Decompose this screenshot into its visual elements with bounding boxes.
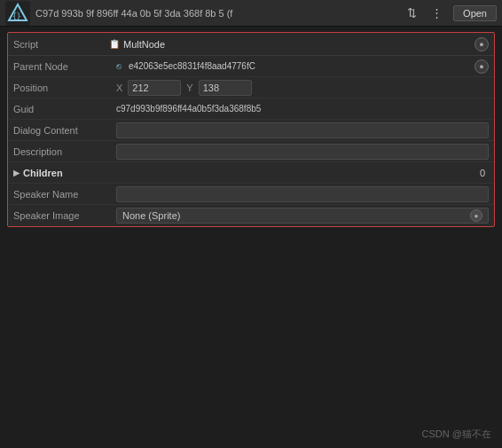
dialog-content-label: Dialog Content	[13, 125, 116, 136]
description-value	[116, 144, 489, 160]
top-bar: {} C97d 993b 9f 896ff 44a 0b 5f 3da 368f…	[0, 0, 502, 27]
speaker-name-input[interactable]	[116, 186, 489, 202]
script-target-button[interactable]: ●	[475, 37, 489, 51]
script-row: Script 📋 MultNode ●	[8, 33, 494, 56]
children-arrow-icon[interactable]: ▶	[13, 169, 20, 177]
parent-node-label: Parent Node	[13, 61, 116, 72]
position-label: Position	[13, 83, 116, 93]
script-name: MultNode	[123, 39, 165, 50]
more-options-icon-btn[interactable]: ⋮	[427, 4, 446, 21]
inspector-panel: Script 📋 MultNode ● Parent Node ⎋ e42063…	[7, 32, 495, 227]
guid-row: Guid c97d993b9f896ff44a0b5f3da368f8b5	[8, 98, 494, 120]
speaker-image-value: None (Sprite) ●	[116, 208, 489, 224]
sprite-value-text: None (Sprite)	[122, 210, 180, 221]
dialog-content-input[interactable]	[116, 122, 489, 138]
children-count: 0	[116, 168, 489, 178]
parent-node-text: e42063e5ec8831f4f8aad4776fC	[129, 61, 469, 71]
dialog-content-row: Dialog Content	[8, 120, 494, 141]
parent-node-value: ⎋ e42063e5ec8831f4f8aad4776fC ●	[116, 59, 489, 74]
unity-logo-icon: {}	[5, 1, 30, 26]
top-bar-icons: ⇅ ⋮ Open	[404, 4, 497, 21]
children-row: ▶ Children 0	[8, 162, 494, 184]
guid-label: Guid	[13, 104, 116, 114]
speaker-image-label: Speaker Image	[13, 210, 116, 221]
children-label-text: Children	[23, 168, 63, 178]
open-button[interactable]: Open	[453, 5, 497, 21]
watermark: CSDN @猫不在	[422, 428, 491, 441]
description-row: Description	[8, 141, 494, 162]
parent-node-row: Parent Node ⎋ e42063e5ec8831f4f8aad4776f…	[8, 56, 494, 77]
guid-value: c97d993b9f896ff44a0b5f3da368f8b5	[116, 104, 489, 114]
position-xy-group: X Y	[116, 80, 489, 96]
speaker-image-row: Speaker Image None (Sprite) ●	[8, 205, 494, 226]
description-input[interactable]	[116, 144, 489, 160]
svg-text:{}: {}	[12, 12, 21, 20]
speaker-name-label: Speaker Name	[13, 189, 116, 200]
position-y-input[interactable]	[199, 80, 252, 96]
description-label: Description	[13, 146, 116, 157]
position-x-input[interactable]	[128, 80, 181, 96]
sort-icon-btn[interactable]: ⇅	[404, 4, 420, 21]
y-label: Y	[186, 83, 192, 93]
script-value: 📋 MultNode	[109, 39, 467, 50]
speaker-name-row: Speaker Name	[8, 184, 494, 205]
parent-node-icon: ⎋	[116, 61, 122, 71]
script-label: Script	[13, 39, 102, 50]
empty-area	[0, 232, 502, 339]
dialog-content-value	[116, 122, 489, 138]
sprite-selector[interactable]: None (Sprite) ●	[116, 208, 489, 224]
children-label: ▶ Children	[13, 168, 116, 178]
x-label: X	[116, 83, 122, 93]
position-row: Position X Y	[8, 77, 494, 98]
window-title: C97d 993b 9f 896ff 44a 0b 5f 3da 368f 8b…	[35, 8, 398, 19]
sprite-target-button[interactable]: ●	[470, 209, 482, 222]
script-file-icon: 📋	[109, 39, 120, 49]
guid-text: c97d993b9f896ff44a0b5f3da368f8b5	[116, 104, 489, 114]
speaker-name-value	[116, 186, 489, 202]
parent-node-target-button[interactable]: ●	[475, 59, 489, 74]
